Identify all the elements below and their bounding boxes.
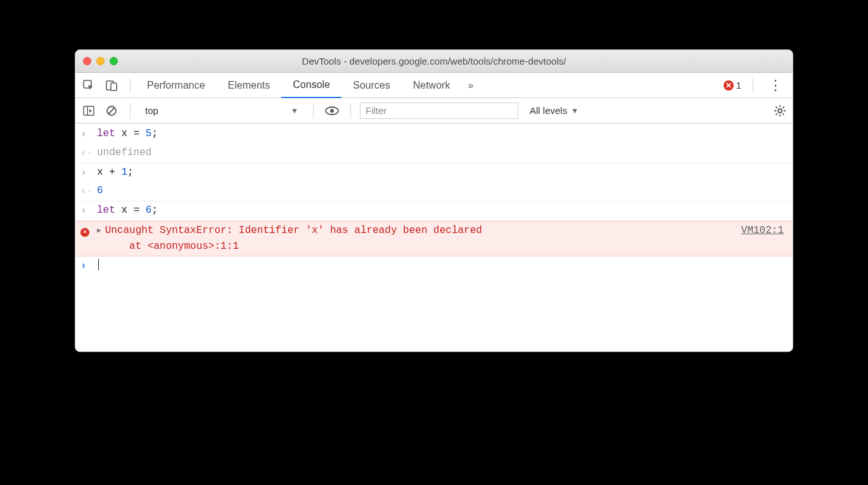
- devtools-window: DevTools - developers.google.com/web/too…: [75, 49, 793, 352]
- tab-label: Elements: [228, 80, 271, 91]
- clear-console-icon[interactable]: [102, 101, 121, 120]
- console-toolbar: top ▼ All levels ▼: [75, 98, 793, 123]
- separator: [313, 103, 314, 118]
- output-chevron-icon: ‹·: [80, 183, 97, 199]
- maximize-icon[interactable]: [110, 57, 118, 65]
- svg-line-6: [108, 108, 115, 114]
- chevron-down-icon: ▼: [291, 106, 298, 115]
- tab-label: Performance: [147, 80, 205, 91]
- panel-tabs: Performance Elements Console Sources Net…: [75, 73, 793, 98]
- input-chevron-icon: ›: [80, 165, 97, 181]
- kebab-menu-icon[interactable]: ⋮: [765, 77, 786, 94]
- traffic-lights: [83, 57, 118, 65]
- error-gutter: ✕: [80, 223, 97, 239]
- tab-console[interactable]: Console: [281, 73, 341, 98]
- chevron-down-icon: ▼: [571, 106, 578, 115]
- output-chevron-icon: ‹·: [80, 145, 97, 161]
- close-icon[interactable]: [83, 57, 91, 65]
- separator: [753, 78, 753, 93]
- console-result: undefined: [97, 145, 784, 161]
- svg-rect-2: [111, 83, 117, 91]
- error-message: Uncaught SyntaxError: Identifier 'x' has…: [105, 223, 727, 255]
- svg-line-14: [776, 106, 777, 108]
- error-icon: ✕: [724, 80, 734, 91]
- caret-icon: [98, 259, 99, 270]
- tab-sources[interactable]: Sources: [341, 73, 402, 98]
- prompt-chevron-icon: ›: [80, 258, 97, 274]
- settings-icon[interactable]: [774, 104, 786, 117]
- expand-error-icon[interactable]: ▶: [97, 223, 101, 255]
- console-prompt[interactable]: ›: [75, 256, 793, 275]
- console-output-line: ‹· 6: [75, 182, 793, 201]
- device-toolbar-icon[interactable]: [102, 76, 121, 95]
- svg-point-9: [778, 109, 782, 113]
- console-body: › let x = 5; ‹· undefined › x + 1; ‹· 6 …: [75, 123, 793, 351]
- svg-point-8: [330, 109, 334, 113]
- tab-performance[interactable]: Performance: [136, 73, 217, 98]
- input-chevron-icon: ›: [80, 203, 97, 219]
- error-icon: ✕: [80, 228, 89, 237]
- console-code: x + 1;: [97, 165, 784, 180]
- toggle-sidebar-icon[interactable]: [79, 101, 98, 120]
- minimize-icon[interactable]: [96, 57, 105, 65]
- tab-network[interactable]: Network: [402, 73, 462, 98]
- console-error-line: ✕ ▶ Uncaught SyntaxError: Identifier 'x'…: [75, 221, 793, 256]
- tab-elements[interactable]: Elements: [217, 73, 282, 98]
- console-result: 6: [97, 183, 784, 199]
- console-input-line: › let x = 5;: [75, 125, 793, 144]
- console-output-line: ‹· undefined: [75, 144, 793, 163]
- svg-line-16: [776, 113, 777, 115]
- error-source-link[interactable]: VM102:1: [741, 223, 784, 255]
- levels-label: All levels: [530, 105, 567, 116]
- inspect-element-icon[interactable]: [79, 76, 98, 95]
- console-input-line: › let x = 6;: [75, 201, 793, 221]
- tab-label: Network: [413, 80, 450, 91]
- svg-rect-3: [84, 106, 94, 115]
- svg-line-17: [782, 106, 784, 108]
- more-tabs-icon[interactable]: »: [461, 80, 480, 91]
- separator: [130, 78, 131, 93]
- separator: [350, 103, 351, 118]
- live-expression-icon[interactable]: [322, 101, 341, 120]
- console-code: let x = 5;: [97, 126, 784, 142]
- titlebar: DevTools - developers.google.com/web/too…: [75, 50, 793, 73]
- tab-label: Console: [293, 79, 330, 91]
- console-code: let x = 6;: [97, 203, 784, 218]
- console-input[interactable]: [97, 258, 784, 274]
- window-title: DevTools - developers.google.com/web/too…: [75, 56, 793, 66]
- context-value: top: [145, 105, 158, 116]
- log-levels-dropdown[interactable]: All levels ▼: [522, 105, 578, 116]
- console-input-line: › x + 1;: [75, 163, 793, 182]
- svg-line-15: [782, 113, 784, 115]
- tab-label: Sources: [353, 80, 390, 91]
- error-count: 1: [736, 80, 741, 91]
- filter-input[interactable]: [360, 103, 518, 119]
- error-count-badge[interactable]: ✕ 1: [724, 80, 741, 91]
- input-chevron-icon: ›: [80, 126, 97, 142]
- separator: [130, 103, 131, 118]
- context-selector[interactable]: top ▼: [139, 102, 304, 120]
